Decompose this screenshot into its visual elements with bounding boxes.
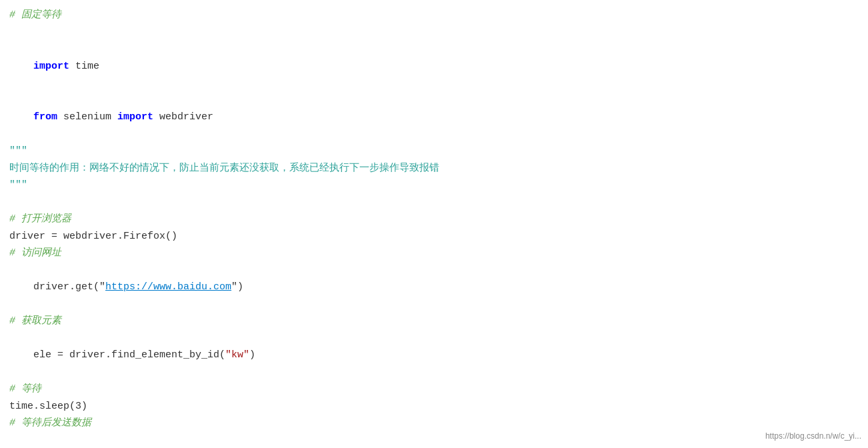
line-from-selenium: from selenium import webdriver	[9, 92, 859, 143]
line-send-keys: ele.send_keys("知乎")	[9, 432, 859, 449]
keyword-import2: import	[117, 111, 153, 123]
line-docstring-start: """	[9, 143, 859, 160]
line-blank2	[9, 194, 859, 211]
watermark: https://blog.csdn.n/w/c_yi...	[765, 429, 861, 443]
line-time-sleep: time.sleep(3)	[9, 398, 859, 415]
line-driver-get: driver.get("https://www.baidu.com")	[9, 262, 859, 313]
line-comment-header: # 固定等待	[9, 7, 859, 24]
keyword-import: import	[33, 61, 69, 72]
keyword-from: from	[33, 111, 57, 123]
line-docstring-content: 时间等待的作用：网络不好的情况下，防止当前元素还没获取，系统已经执行下一步操作导…	[9, 160, 859, 177]
line-import-time: import time	[9, 41, 859, 92]
line-comment-wait: # 等待	[9, 381, 859, 398]
line-comment-visit: # 访问网址	[9, 245, 859, 262]
normal-ele-close: )	[249, 349, 255, 361]
normal-driver-get: driver.get("	[33, 281, 105, 293]
string-url: https://www.baidu.com	[105, 281, 231, 293]
normal-close-paren: ")	[231, 281, 243, 293]
line-ele-find: ele = driver.find_element_by_id("kw")	[9, 330, 859, 381]
line-comment-open: # 打开浏览器	[9, 211, 859, 228]
normal-time: time	[69, 61, 99, 72]
normal-ele-find: ele = driver.find_element_by_id(	[33, 349, 225, 361]
line-blank1	[9, 24, 859, 41]
line-docstring-end: """	[9, 177, 859, 194]
code-container: # 固定等待 import time from selenium import …	[0, 0, 868, 448]
normal-webdriver: webdriver	[153, 111, 213, 123]
line-driver-firefox: driver = webdriver.Firefox()	[9, 228, 859, 245]
line-comment-find: # 获取元素	[9, 313, 859, 330]
normal-selenium: selenium	[57, 111, 117, 123]
string-kw: "kw"	[225, 349, 249, 361]
line-comment-send: # 等待后发送数据	[9, 415, 859, 432]
